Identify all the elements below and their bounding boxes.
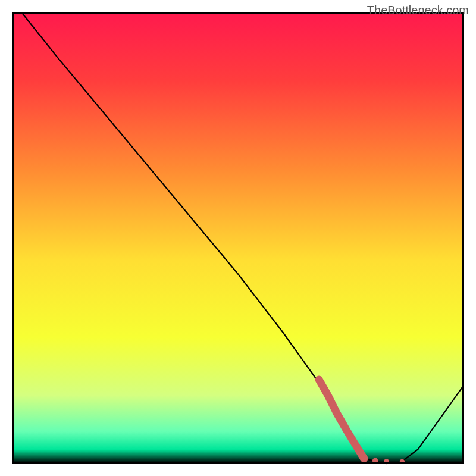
watermark-text: TheBottleneck.com xyxy=(367,4,469,17)
chart-svg xyxy=(0,0,476,476)
highlight-dot xyxy=(360,455,368,462)
plot-background xyxy=(13,13,463,463)
chart-container: TheBottleneck.com xyxy=(0,0,476,476)
